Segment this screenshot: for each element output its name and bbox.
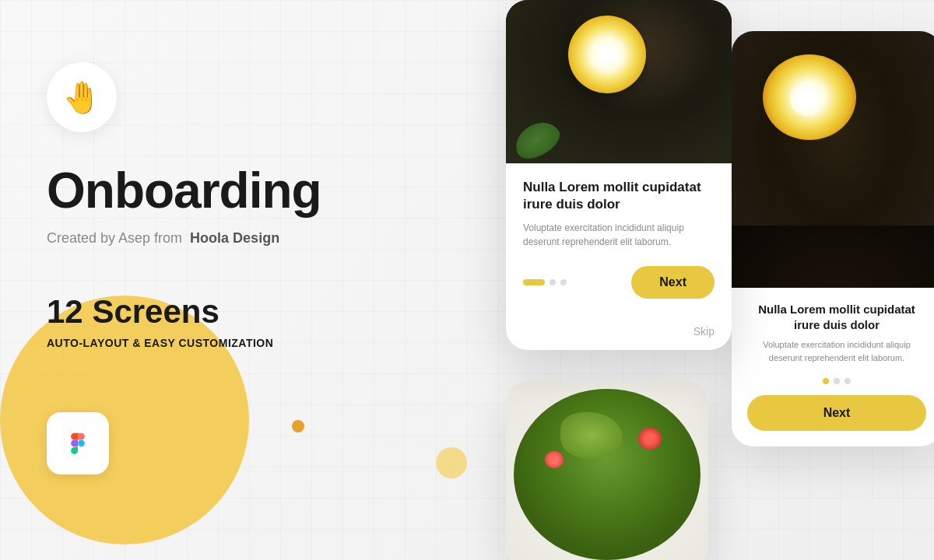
figma-icon-wrapper [47,412,109,474]
card-footer-main: Next [523,266,715,299]
food-img-bg-1 [506,0,732,163]
phone-card-second: Nulla Lorem mollit cupidatat irure duis … [732,31,934,446]
food-img-2 [732,31,934,288]
cards-area: Nulla Lorem mollit cupidatat irure duis … [483,0,934,560]
card-title-main: Nulla Lorem mollit cupidatat irure duis … [523,179,715,213]
card-content-2: Nulla Lorem mollit cupidatat irure duis … [732,288,934,446]
card-title-2: Nulla Lorem mollit cupidatat irure duis … [747,302,926,332]
leaves-decoration [509,115,565,163]
phone-card-third [506,381,708,560]
screens-count: 12 Screens [47,293,389,331]
next-button-second[interactable]: Next [747,395,926,431]
dot-progress-3b [844,378,851,384]
tomato-1 [638,428,662,450]
tomato-2 [545,451,564,468]
skip-link[interactable]: Skip [506,316,732,350]
subtitle-brand: Hoola Design [190,230,279,246]
dot-progress-active-2 [823,378,829,384]
main-title: Onboarding [47,163,389,218]
screens-desc: AUTO-LAYOUT & EASY CUSTOMIZATION [47,337,389,349]
progress-dots-main [523,279,567,285]
next-button-main[interactable]: Next [631,266,715,299]
dot-progress-2 [550,279,556,285]
pasta-decoration [560,412,623,459]
pasta-green [514,389,700,560]
dot-progress-2b [834,378,840,384]
card-body-2: Voluptate exercitation incididunt aliqui… [747,338,926,364]
phone-card-main: Nulla Lorem mollit cupidatat irure duis … [506,0,732,350]
dot-yellow-decoration [436,447,467,478]
dot-progress-active [523,279,545,285]
food-image-1 [506,0,732,163]
dark-bowl [732,226,934,288]
card-footer-2 [747,378,926,384]
hand-icon: 🤚 [62,79,101,116]
left-section: 🤚 Onboarding Created by Asep from Hoola … [47,62,389,349]
dot-progress-3 [560,279,567,285]
food-img-3 [506,381,708,560]
card-content-main: Nulla Lorem mollit cupidatat irure duis … [506,163,732,316]
dot-orange-decoration [292,420,304,432]
subtitle: Created by Asep from Hoola Design [47,230,389,247]
figma-icon [61,426,95,460]
subtitle-prefix: Created by Asep from [47,230,182,246]
hand-icon-wrapper: 🤚 [47,62,117,132]
card-body-main: Voluptate exercitation incididunt aliqui… [523,221,715,249]
